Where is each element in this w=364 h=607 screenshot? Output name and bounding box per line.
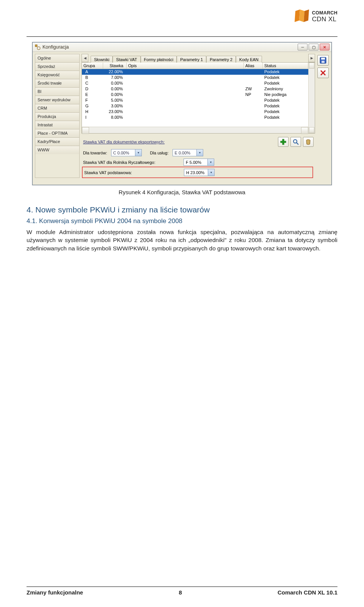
minimize-button[interactable]: ─	[298, 44, 308, 50]
tab-s-owniki[interactable]: Słowniki	[91, 56, 113, 63]
svg-line-5	[297, 143, 298, 145]
services-label: Dla usług:	[150, 151, 169, 155]
table-row[interactable]: H23.00%Podatek	[82, 109, 308, 115]
svg-rect-9	[321, 58, 325, 60]
chevron-down-icon: ▾	[196, 149, 203, 156]
table-row[interactable]: C0.00%Podatek	[82, 80, 308, 86]
subsection-heading: 4.1. Konwersja symboli PKWiU 2004 na sym…	[27, 217, 337, 225]
col-stawka[interactable]: Stawka	[103, 63, 127, 69]
tab-kody-ean[interactable]: Kody EAN	[236, 56, 262, 63]
chevron-down-icon: ▾	[208, 169, 214, 176]
page-footer: Zmiany funkcjonalne 8 Comarch CDN XL 10.…	[27, 587, 337, 596]
table-row[interactable]: I8.00%Podatek	[82, 115, 308, 120]
col-status[interactable]: Status	[263, 63, 308, 69]
grid-hscrollbar[interactable]	[82, 127, 308, 133]
sidebar-item-bi[interactable]: BI	[35, 88, 79, 96]
sidebar-item-og-lne[interactable]: Ogólne	[35, 54, 79, 63]
grid-vscrollbar[interactable]	[308, 63, 315, 133]
chevron-down-icon: ▾	[135, 149, 141, 156]
svg-rect-10	[322, 61, 325, 63]
sidebar-item-intrastat[interactable]: Intrastat	[35, 121, 79, 129]
highlight-box: Stawka VAT podstawowa: H 23.00%▾	[82, 167, 314, 178]
sidebar-item-kadry-p-ace[interactable]: Kadry/Płace	[35, 138, 79, 146]
config-app-icon	[35, 44, 41, 50]
svg-rect-3	[281, 141, 286, 143]
vat-rates-grid: Grupa Stawka Opis Alias Status A22.00%Po…	[82, 62, 315, 134]
trash-icon	[305, 139, 311, 145]
magnifier-icon	[293, 139, 299, 145]
goods-label: Dla towarów:	[83, 151, 107, 155]
sidebar-item--rodki-trwa-e[interactable]: Środki trwałe	[35, 79, 79, 88]
maximize-button[interactable]: ▢	[309, 44, 318, 50]
table-row[interactable]: A22.00%Podatek	[82, 69, 308, 75]
chevron-down-icon: ▾	[207, 159, 214, 165]
podst-combo[interactable]: H 23.00%▾	[184, 169, 215, 176]
tab-stawki-vat[interactable]: Stawki VAT	[113, 56, 140, 63]
cancel-button[interactable]	[317, 68, 329, 78]
delete-button[interactable]	[303, 137, 314, 147]
podst-label: Stawka VAT podstawowa:	[84, 170, 180, 175]
window-titlebar: Konfiguracja ─ ▢ ✕	[33, 42, 331, 52]
plus-icon	[280, 139, 286, 145]
table-row[interactable]: E0.00%NPNie podlega	[82, 92, 308, 97]
tab-formy-p-atno-ci[interactable]: Formy płatności	[141, 56, 177, 63]
sidebar-item-produkcja[interactable]: Produkcja	[35, 113, 79, 121]
header-rule	[27, 36, 337, 37]
close-button[interactable]: ✕	[320, 44, 329, 50]
table-row[interactable]: D0.00%ZWZwolniony	[82, 86, 308, 92]
x-icon	[320, 70, 326, 76]
sidebar-item-www[interactable]: WWW	[35, 146, 79, 154]
tab-parametry-1[interactable]: Parametry 1	[177, 56, 206, 63]
rolnik-label: Stawka VAT dla Rolnika Ryczałtowego:	[83, 160, 180, 165]
window-title: Konfiguracja	[42, 44, 298, 50]
footer-right: Comarch CDN XL 10.1	[278, 589, 337, 596]
brand-logo: COMARCH CDN XL	[293, 9, 337, 24]
floppy-icon	[320, 57, 326, 64]
sidebar-item-serwer-wydruk-w[interactable]: Serwer wydruków	[35, 96, 79, 104]
svg-point-1	[37, 47, 40, 50]
page-header: COMARCH CDN XL	[27, 9, 337, 35]
table-row[interactable]: B7.00%Podatek	[82, 75, 308, 80]
body-paragraph: W module Administrator udostępniona zost…	[27, 228, 337, 252]
rolnik-combo[interactable]: F 5.00%▾	[184, 159, 214, 166]
grid-header: Grupa Stawka Opis Alias Status	[82, 63, 308, 69]
brand-subname: CDN XL	[312, 16, 337, 23]
goods-combo[interactable]: C 0.00%▾	[111, 149, 142, 156]
footer-left: Zmiany funkcjonalne	[27, 589, 83, 596]
table-row[interactable]: G3.00%Podatek	[82, 103, 308, 109]
sidebar-item-ksi-gowo-[interactable]: Księgowość	[35, 71, 79, 79]
add-button[interactable]	[278, 137, 289, 147]
search-button[interactable]	[290, 137, 301, 147]
tab-strip: ◀ SłownikiStawki VATFormy płatnościParam…	[82, 54, 315, 62]
export-heading: Stawka VAT dla dokumentów eksportowych:	[83, 140, 165, 144]
figure-caption: Rysunek 4 Konfiguracja, Stawka VAT podst…	[27, 189, 337, 195]
brand-name: COMARCH	[312, 10, 337, 16]
col-opis[interactable]: Opis	[127, 63, 244, 69]
config-window: Konfiguracja ─ ▢ ✕ OgólneSprzedażKsięgow…	[32, 42, 332, 185]
svg-point-4	[293, 140, 297, 143]
table-row[interactable]: F5.00%Podatek	[82, 97, 308, 103]
tab-parametry-2[interactable]: Parametry 2	[206, 56, 236, 63]
svg-rect-0	[35, 45, 37, 47]
col-grupa[interactable]: Grupa	[82, 63, 103, 69]
sidebar-item-p-ace-optima[interactable]: Płace - OPTIMA	[35, 129, 79, 138]
col-alias[interactable]: Alias	[244, 63, 263, 69]
footer-center: 8	[179, 589, 182, 596]
save-button[interactable]	[317, 55, 329, 66]
tab-scroll-right[interactable]: ▶	[308, 54, 315, 62]
sidebar-item-sprzeda-[interactable]: Sprzedaż	[35, 63, 79, 71]
tab-scroll-left[interactable]: ◀	[82, 54, 88, 62]
config-sidebar: OgólneSprzedażKsięgowośćŚrodki trwałeBIS…	[35, 54, 80, 178]
services-combo[interactable]: E 0.00%▾	[173, 149, 203, 156]
section-heading: 4. Nowe symbole PKWiU i zmiany na liście…	[27, 205, 337, 214]
comarch-logo-icon	[293, 9, 310, 24]
sidebar-item-crm[interactable]: CRM	[35, 104, 79, 113]
